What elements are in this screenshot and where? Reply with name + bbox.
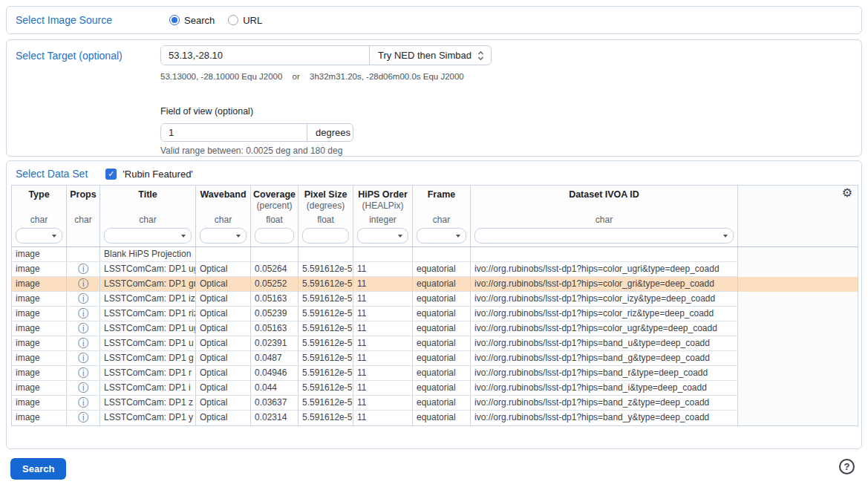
table-row[interactable]: imageBlank HiPS Projection (12, 247, 858, 262)
table-cell: ivo://org.rubinobs/lsst-dp1?hips=color_u… (471, 321, 738, 336)
radio-selected-icon[interactable] (169, 15, 180, 25)
table-cell: LSSTComCam: DP1 riz (100, 307, 196, 321)
table-cell: equatorial (413, 351, 471, 366)
table-cell: equatorial (413, 307, 471, 321)
table-cell-filler (738, 351, 858, 366)
table-row[interactable]: imageⓘLSSTComCam: DP1 rOptical0.049465.5… (12, 366, 858, 381)
info-icon[interactable]: ⓘ (78, 263, 88, 275)
table-cell: image (12, 262, 67, 277)
radio-option-url[interactable]: URL (228, 15, 262, 26)
column-title: Type (14, 189, 64, 200)
table-row[interactable]: imageⓘLSSTComCam: DP1 ugriOptical0.05264… (12, 262, 858, 277)
target-input[interactable] (161, 46, 369, 65)
table-cell: 5.591612e-5 (298, 336, 353, 351)
resolved-deg: 53.13000, -28.10000 Equ J2000 (160, 72, 282, 81)
filter-dropdown-frame[interactable] (417, 228, 466, 244)
filter-dropdown-type[interactable] (16, 228, 62, 244)
table-row[interactable]: imageⓘLSSTComCam: DP1 uOptical0.023915.5… (12, 336, 858, 351)
info-icon[interactable]: ⓘ (78, 367, 88, 379)
column-header-dataset-ivoa-id[interactable]: Dataset IVOA IDchar (471, 186, 738, 246)
column-title: Coverage (253, 189, 296, 200)
table-cell: 11 (353, 336, 413, 351)
table-cell: LSSTComCam: DP1 ugr (100, 321, 196, 336)
spinner-chevrons-icon (477, 50, 484, 61)
fov-unit-dropdown[interactable]: degrees (307, 124, 353, 141)
info-icon[interactable]: ⓘ (78, 396, 88, 408)
radio-option-search[interactable]: Search (169, 15, 215, 26)
rubin-featured-option[interactable]: ✓ 'Rubin Featured' (105, 169, 193, 180)
table-cell-filler (738, 381, 858, 396)
column-header-props[interactable]: Propschar (67, 186, 100, 246)
help-icon[interactable]: ? (839, 459, 855, 474)
table-cell: ⓘ (67, 366, 100, 381)
fov-input[interactable] (161, 124, 307, 141)
table-row[interactable]: imageⓘLSSTComCam: DP1 gOptical0.04875.59… (12, 351, 858, 366)
table-cell: 11 (353, 381, 413, 396)
filter-input-pixel-size[interactable] (302, 228, 349, 244)
checkbox-checked-icon[interactable]: ✓ (105, 169, 117, 180)
table-cell: ⓘ (67, 351, 100, 366)
column-header-waveband[interactable]: Wavebandchar (196, 186, 251, 246)
table-cell: 11 (353, 396, 413, 411)
table-cell: ⓘ (67, 336, 100, 351)
table-cell: Blank HiPS Projection (100, 247, 196, 262)
table-cell-filler (738, 292, 858, 307)
table-cell: 11 (353, 366, 413, 381)
info-icon[interactable]: ⓘ (78, 307, 88, 319)
column-datatype: char (69, 213, 97, 227)
table-cell: image (12, 307, 67, 321)
info-icon[interactable]: ⓘ (78, 278, 88, 290)
radio-option-label: URL (243, 15, 262, 26)
table-cell: Optical (196, 381, 251, 396)
table-cell: Optical (196, 307, 251, 321)
column-datatype: char (102, 213, 193, 227)
table-row[interactable]: imageⓘLSSTComCam: DP1 izyOptical0.051635… (12, 292, 858, 307)
search-button[interactable]: Search (10, 458, 66, 480)
column-header-frame[interactable]: Framechar (413, 186, 471, 246)
table-row[interactable]: imageⓘLSSTComCam: DP1 ugrOptical0.051635… (12, 321, 858, 336)
image-source-label: Select Image Source (7, 14, 151, 26)
column-title: Dataset IVOA ID (473, 189, 735, 200)
column-header-type[interactable]: Typechar (12, 186, 67, 246)
table-row[interactable]: imageⓘLSSTComCam: DP1 zOptical0.036375.5… (12, 396, 858, 411)
table-cell-filler (738, 321, 858, 336)
table-row[interactable]: imageⓘLSSTComCam: DP1 yOptical0.023145.5… (12, 411, 858, 425)
table-cell: image (12, 247, 67, 262)
column-header-pixel-size[interactable]: Pixel Size(degrees)float (298, 186, 353, 246)
table-row[interactable]: imageⓘLSSTComCam: DP1 griOptical0.052525… (12, 277, 858, 292)
info-icon[interactable]: ⓘ (78, 382, 88, 393)
table-settings-gear-icon[interactable]: ⚙ (842, 187, 852, 199)
info-icon[interactable]: ⓘ (78, 352, 88, 364)
filter-dropdown-title[interactable] (104, 228, 192, 244)
info-icon[interactable]: ⓘ (78, 411, 88, 423)
table-cell-filler (738, 307, 858, 321)
resolver-dropdown[interactable]: Try NED then Simbad (369, 46, 491, 65)
table-row[interactable]: imageⓘLSSTComCam: DP1 iOptical0.0445.591… (12, 381, 858, 396)
column-datatype: integer (356, 213, 410, 227)
table-cell (413, 247, 471, 262)
table-cell: 5.591612e-5 (298, 292, 353, 307)
table-cell: 11 (353, 321, 413, 336)
target-label: Select Target (optional) (7, 50, 160, 62)
info-icon[interactable]: ⓘ (78, 293, 88, 304)
resolved-coordinates: 53.13000, -28.10000 Equ J2000 or 3h32m31… (160, 72, 861, 81)
dataset-table-body: imageBlank HiPS ProjectionimageⓘLSSTComC… (12, 247, 858, 425)
filter-dropdown-dataset-ivoa-id[interactable] (474, 228, 734, 244)
filter-dropdown-hips-order[interactable] (357, 228, 408, 244)
table-cell-filler (738, 277, 858, 292)
table-row[interactable]: imageⓘLSSTComCam: DP1 rizOptical0.052395… (12, 307, 858, 321)
table-cell: 5.591612e-5 (298, 396, 353, 411)
rubin-featured-label: 'Rubin Featured' (123, 169, 193, 180)
table-cell: Optical (196, 411, 251, 425)
radio-unselected-icon[interactable] (228, 15, 238, 25)
filter-input-coverage[interactable] (255, 228, 294, 244)
column-header-title[interactable]: Titlechar (100, 186, 196, 246)
info-icon[interactable]: ⓘ (78, 322, 88, 334)
column-header-hips-order[interactable]: HiPS Order(HEALPix)integer (353, 186, 413, 246)
column-header-coverage[interactable]: Coverage(percent)float (251, 186, 298, 246)
info-icon[interactable]: ⓘ (78, 337, 88, 349)
filter-dropdown-waveband[interactable] (200, 228, 247, 244)
table-cell: ⓘ (67, 321, 100, 336)
table-cell: Optical (196, 351, 251, 366)
fov-label: Field of view (optional) (160, 106, 861, 117)
